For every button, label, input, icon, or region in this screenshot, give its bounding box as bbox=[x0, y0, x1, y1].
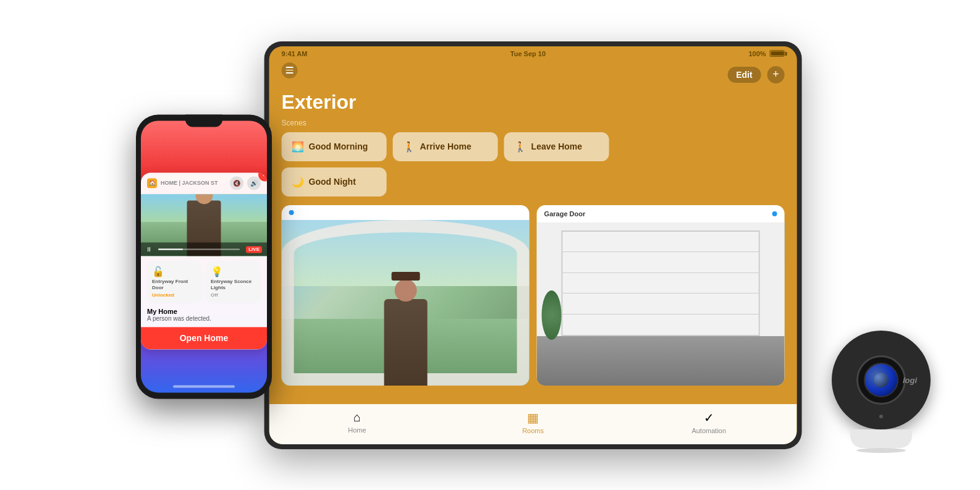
live-badge: LIVE bbox=[246, 246, 262, 253]
notification-message: My Home A person was detected. bbox=[141, 305, 267, 327]
phone-frame: ✕ 🏠 HOME | JACKSON ST 🔇 🔊 ⏸ bbox=[136, 114, 272, 399]
automation-nav-icon: ✓ bbox=[704, 410, 714, 425]
battery-icon bbox=[770, 50, 785, 57]
scene-arrive-home-label: Arrive Home bbox=[420, 142, 471, 151]
device-cards: 🔓 Entryway Front Door Unlocked 💡 Entrywa… bbox=[141, 256, 267, 305]
home-indicator bbox=[173, 385, 235, 387]
camera-lens-inner bbox=[874, 373, 889, 387]
nav-rooms[interactable]: ▦ Rooms bbox=[509, 410, 558, 434]
front-door-status: Unlocked bbox=[152, 292, 174, 298]
tablet-statusbar: 9:41 AM Tue Sep 10 100% bbox=[269, 46, 797, 59]
garage-camera-card: Garage Door bbox=[537, 205, 785, 386]
scene-leave-icon: 🚶 bbox=[514, 141, 526, 153]
phone: ✕ 🏠 HOME | JACKSON ST 🔇 🔊 ⏸ bbox=[136, 114, 272, 399]
garage-camera-label: Garage Door bbox=[544, 210, 586, 218]
scenes-section: Scenes 🌅 Good Morning 🚶 Arrive Home 🚶 Le… bbox=[269, 119, 797, 205]
home-name: My Home bbox=[147, 308, 261, 315]
notification-location: HOME | JACKSON ST bbox=[161, 180, 218, 187]
garage-card-header: Garage Door bbox=[537, 205, 785, 222]
scene-moon-icon: 🌙 bbox=[292, 176, 304, 188]
front-door-label: Entryway Front Door bbox=[152, 279, 197, 291]
scene-good-morning-label: Good Morning bbox=[309, 142, 368, 151]
front-door-card: 🔓 Entryway Front Door Unlocked bbox=[147, 261, 202, 303]
scene-sunrise-icon: 🌅 bbox=[292, 141, 304, 153]
tablet-frame: 9:41 AM Tue Sep 10 100% bbox=[264, 41, 802, 449]
page-title: Exterior bbox=[282, 91, 785, 114]
header-actions: Edit + bbox=[727, 66, 784, 83]
menu-icon[interactable] bbox=[282, 62, 298, 78]
garage-feed bbox=[537, 222, 785, 386]
rooms-nav-icon: ▦ bbox=[527, 410, 539, 425]
video-controls: ⏸ LIVE bbox=[141, 243, 267, 256]
doorbell-card-header bbox=[282, 205, 530, 220]
volume-button[interactable]: 🔊 bbox=[247, 177, 261, 190]
camera-base-shadow bbox=[856, 448, 906, 453]
home-nav-icon: ⌂ bbox=[353, 410, 361, 425]
lights-label: Entryway Sconce Lights bbox=[211, 279, 256, 291]
scene-good-night[interactable]: 🌙 Good Night bbox=[282, 167, 387, 196]
nav-automation-label: Automation bbox=[691, 427, 726, 434]
nav-home[interactable]: ⌂ Home bbox=[332, 410, 382, 434]
camera-base bbox=[850, 429, 912, 448]
garage-status-dot bbox=[772, 211, 777, 216]
notification-description: A person was detected. bbox=[147, 315, 261, 322]
tablet-screen: 9:41 AM Tue Sep 10 100% bbox=[269, 46, 797, 444]
tablet-header: Edit + bbox=[269, 59, 797, 91]
nav-automation[interactable]: ✓ Automation bbox=[684, 410, 733, 434]
scenes-grid: 🌅 Good Morning 🚶 Arrive Home 🚶 Leave Hom… bbox=[282, 132, 785, 196]
scene-good-morning[interactable]: 🌅 Good Morning bbox=[282, 132, 387, 161]
nav-rooms-label: Rooms bbox=[522, 427, 544, 434]
lights-status: Off bbox=[211, 292, 218, 298]
scene-arrive-home[interactable]: 🚶 Arrive Home bbox=[393, 132, 498, 161]
open-home-button[interactable]: Open Home bbox=[141, 327, 267, 349]
signal-text: 100% bbox=[748, 50, 766, 57]
doorbell-status-dot bbox=[289, 210, 294, 215]
scene-arrive-icon: 🚶 bbox=[403, 141, 415, 153]
nav-home-label: Home bbox=[348, 426, 366, 434]
tablet-time: 9:41 AM bbox=[282, 50, 308, 57]
camera-lens-outer bbox=[856, 355, 906, 405]
logi-camera-device: logi bbox=[832, 331, 931, 453]
phone-notch bbox=[185, 114, 222, 127]
lights-card: 💡 Entryway Sconce Lights Off bbox=[206, 261, 261, 303]
tablet-bottomnav: ⌂ Home ▦ Rooms ✓ Automation bbox=[269, 404, 797, 444]
doorbell-video-preview: ⏸ LIVE bbox=[141, 195, 267, 256]
camera-status-dot bbox=[879, 415, 883, 418]
tablet: 9:41 AM Tue Sep 10 100% bbox=[264, 41, 802, 449]
mute-button[interactable]: 🔇 bbox=[230, 177, 243, 190]
camera-body: logi bbox=[832, 331, 931, 429]
doorbell-feed bbox=[282, 220, 530, 386]
camera-brand-label: logi bbox=[903, 376, 917, 385]
scene-leave-home-label: Leave Home bbox=[531, 142, 582, 151]
statusbar-right: 100% bbox=[748, 50, 784, 57]
tablet-date: Tue Sep 10 bbox=[510, 50, 546, 57]
scene-leave-home[interactable]: 🚶 Leave Home bbox=[504, 132, 609, 161]
edit-button[interactable]: Edit bbox=[727, 67, 761, 83]
light-icon: 💡 bbox=[211, 266, 223, 278]
lock-icon: 🔓 bbox=[152, 266, 164, 278]
cameras-section: Garage Door bbox=[269, 205, 797, 386]
doorbell-camera-card bbox=[282, 205, 530, 386]
scenes-label: Scenes bbox=[282, 119, 785, 127]
notification-overlay: ✕ 🏠 HOME | JACKSON ST 🔇 🔊 ⏸ bbox=[141, 173, 267, 349]
notification-header: 🏠 HOME | JACKSON ST 🔇 🔊 bbox=[141, 173, 267, 195]
scene-good-night-label: Good Night bbox=[309, 177, 356, 187]
camera-lens-mid bbox=[864, 363, 898, 397]
add-button[interactable]: + bbox=[767, 66, 785, 83]
home-app-icon: 🏠 bbox=[147, 179, 157, 188]
